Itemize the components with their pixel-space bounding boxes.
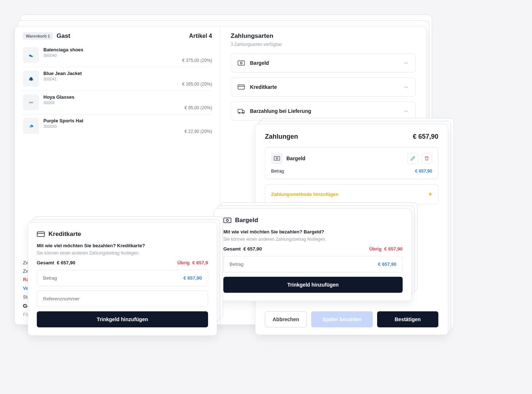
creditcard-icon: [238, 84, 245, 90]
remaining-label: Übrig: [369, 246, 382, 252]
cart-article-count: Artikel 4: [189, 33, 212, 39]
cart-item[interactable]: 🧥 Blue Jean Jacket 300041 € 165,00 (20%): [23, 67, 212, 91]
payment-option-creditcard[interactable]: Kreditkarte →: [231, 78, 416, 96]
amount-value: € 657,90: [378, 261, 396, 267]
payment-option-label: Bargeld: [250, 60, 403, 66]
cart-item[interactable]: 👓 Hoya Glasses 30008 € 95,00 (20%): [23, 91, 212, 114]
payment-option-label: Kreditkarte: [250, 84, 403, 90]
cancel-button[interactable]: Abbrechen: [265, 311, 307, 327]
item-name: Hoya Glasses: [43, 94, 185, 100]
payment-option-cash[interactable]: Bargeld →: [231, 54, 416, 72]
svg-rect-4: [238, 109, 242, 113]
amount-label: Betrag: [230, 261, 243, 267]
total-value: € 657,90: [57, 260, 75, 265]
cash-icon: [223, 217, 231, 223]
svg-rect-7: [274, 157, 279, 160]
remaining-value: € 657,90: [384, 246, 403, 252]
item-price: € 95,00 (20%): [185, 105, 212, 110]
svg-point-8: [276, 158, 278, 159]
svg-point-1: [240, 62, 242, 64]
plus-icon: +: [428, 190, 432, 198]
payment-method-box: Bargeld Betrag € 657,90: [265, 147, 438, 179]
svg-rect-0: [238, 61, 245, 65]
item-image: 👓: [23, 94, 39, 110]
remaining-value: € 657,9: [192, 260, 208, 265]
cash-modal-subtitle: Sie können einen anderen Zahlungsbetrag …: [223, 237, 403, 242]
cash-modal-title: Bargeld: [235, 217, 258, 224]
creditcard-icon: [37, 231, 45, 237]
add-payment-label: Zahlungsmethode hinzufügen: [271, 192, 339, 197]
remaining-label: Übrig: [177, 260, 189, 265]
svg-rect-2: [238, 85, 245, 89]
cash-icon: [238, 60, 245, 66]
amount-value: € 657,90: [183, 275, 202, 281]
cash-payment-modal: Bargeld Mit wie viel möchten Sie bezahle…: [214, 208, 412, 301]
cart-item[interactable]: 🧢 Purple Sports Hat 300050 € 22,90 (20%): [23, 114, 212, 138]
reference-input[interactable]: Referenznummer: [37, 291, 208, 307]
amount-input[interactable]: Betrag € 657,90: [223, 256, 403, 272]
item-image: 👟: [23, 47, 39, 63]
payment-amount-value: € 657,90: [415, 169, 432, 174]
arrow-right-icon: →: [403, 60, 409, 66]
payments-total: € 657,90: [413, 133, 438, 141]
item-image: 🧢: [23, 118, 39, 134]
item-name: Balenciaga shoes: [43, 47, 182, 52]
creditcard-payment-modal: Kreditkarte Mit wie viel möchten Sie bez…: [28, 222, 217, 336]
arrow-right-icon: →: [403, 108, 409, 114]
arrow-right-icon: →: [403, 84, 409, 90]
total-value: € 657,90: [243, 246, 262, 252]
cash-modal-question: Mit wie viel möchten Sie bezahlen? Barge…: [223, 229, 403, 235]
item-sku: 30008: [43, 101, 185, 105]
pay-later-button[interactable]: Später bezahlen: [311, 311, 372, 327]
add-payment-method-button[interactable]: Zahlungsmethode hinzufügen +: [265, 184, 438, 204]
cart-item[interactable]: 👟 Balenciaga shoes 300040 € 375,00 (20%): [23, 43, 212, 67]
item-sku: 300050: [43, 124, 185, 129]
item-image: 🧥: [23, 71, 39, 87]
credit-modal-subtitle: Sie können einen anderen Zahlungsbetrag …: [37, 251, 208, 256]
item-price: € 375,00 (20%): [182, 58, 212, 63]
item-sku: 300041: [43, 77, 182, 81]
item-name: Blue Jean Jacket: [43, 71, 182, 76]
credit-modal-title: Kreditkarte: [48, 231, 81, 238]
payment-methods-title: Zahlungsarten: [231, 32, 416, 40]
delivery-icon: [238, 108, 245, 114]
total-label: Gesamt: [37, 260, 54, 265]
payment-method-label: Bargeld: [286, 155, 407, 161]
add-tip-button[interactable]: Trinkgeld hinzufügen: [37, 311, 208, 327]
amount-input[interactable]: Betrag € 657,90: [37, 270, 208, 286]
cash-icon: [271, 153, 283, 164]
total-label: Gesamt: [223, 246, 241, 252]
svg-rect-11: [37, 232, 44, 236]
confirm-button[interactable]: Bestätigen: [377, 311, 438, 327]
payments-title: Zahlungen: [265, 133, 298, 141]
cart-guest-name: Gast: [56, 32, 189, 40]
payment-amount-label: Betrag: [271, 169, 284, 174]
reference-label: Referenznummer: [43, 296, 79, 302]
amount-label: Betrag: [43, 275, 57, 281]
svg-rect-9: [224, 218, 231, 222]
item-sku: 300040: [43, 53, 182, 58]
svg-point-10: [226, 219, 228, 221]
item-price: € 165,00 (20%): [182, 82, 212, 87]
payment-option-label: Barzahlung bei Lieferung: [250, 108, 403, 114]
item-price: € 22,90 (20%): [185, 129, 212, 134]
payment-methods-subtitle: 3 Zahlungsarten verfügbar: [231, 42, 416, 47]
delete-payment-button[interactable]: [421, 153, 432, 164]
credit-modal-question: Mit wie viel möchten Sie bezahlen? Kredi…: [37, 243, 208, 248]
add-tip-button[interactable]: Trinkgeld hinzufügen: [223, 277, 403, 293]
cart-badge: Warenkorb 1: [23, 32, 53, 40]
edit-payment-button[interactable]: [407, 153, 418, 164]
item-name: Purple Sports Hat: [43, 118, 185, 123]
